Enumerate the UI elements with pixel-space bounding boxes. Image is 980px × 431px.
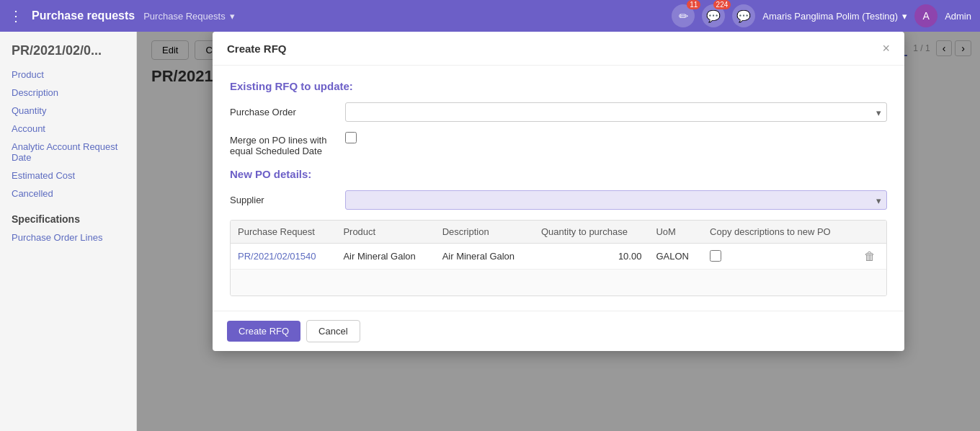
breadcrumb-label[interactable]: Purchase Requests bbox=[143, 11, 225, 22]
cell-product: Air Mineral Galon bbox=[336, 244, 435, 270]
create-rfq-modal: Create RFQ × Existing RFQ to update: Pur… bbox=[213, 32, 904, 351]
sidebar-header: PR/2021/02/0... bbox=[0, 39, 136, 63]
col-uom: UoM bbox=[649, 221, 703, 244]
cell-copy-desc bbox=[703, 244, 857, 270]
table-row: PR/2021/02/01540 Air Mineral Galon Air M… bbox=[231, 244, 886, 270]
col-copy-desc: Copy descriptions to new PO bbox=[703, 221, 857, 244]
content-area: Edit Create Rejected Done/Closed 1 / 1 ‹… bbox=[137, 32, 980, 431]
sidebar-item-product[interactable]: Product bbox=[0, 66, 136, 84]
topbar: ⋮ Purchase requests Purchase Requests ▾ … bbox=[0, 0, 980, 32]
sidebar-item-quantity[interactable]: Quantity bbox=[0, 102, 136, 120]
sidebar-item-account[interactable]: Account bbox=[0, 120, 136, 138]
table-header-row: Purchase Request Product Description Qua… bbox=[231, 221, 886, 244]
purchase-order-row: Purchase Order ▾ bbox=[230, 102, 887, 122]
pr-link[interactable]: PR/2021/02/01540 bbox=[238, 251, 316, 262]
admin-label: Admin bbox=[945, 11, 971, 22]
cell-uom: GALON bbox=[649, 244, 703, 270]
empty-row bbox=[231, 270, 886, 296]
breadcrumb-dropdown-icon[interactable]: ▾ bbox=[230, 11, 235, 22]
app-title: Purchase requests bbox=[32, 9, 135, 22]
notification-icon-1[interactable]: ✏ 11 bbox=[672, 4, 695, 27]
app-grid-icon[interactable]: ⋮ bbox=[9, 7, 23, 25]
supplier-field: ▾ bbox=[345, 190, 887, 210]
col-purchase-request: Purchase Request bbox=[231, 221, 336, 244]
delete-row-button[interactable]: 🗑 bbox=[864, 250, 876, 263]
notification-badge-2: 224 bbox=[713, 0, 731, 9]
sidebar-item-analytic[interactable]: Analytic Account Request Date bbox=[0, 138, 136, 166]
sidebar-item-description[interactable]: Description bbox=[0, 84, 136, 102]
main-area: PR/2021/02/0... Product Description Quan… bbox=[0, 32, 980, 431]
merge-field bbox=[345, 130, 887, 146]
modal-title: Create RFQ bbox=[227, 43, 287, 55]
cell-quantity: 10.00 bbox=[534, 244, 649, 270]
notification-badge-1: 11 bbox=[687, 0, 700, 9]
new-po-title: New PO details: bbox=[230, 168, 887, 180]
sidebar-section-specifications: Specifications bbox=[0, 210, 136, 228]
user-menu[interactable]: Amaris Panglima Polim (Testing) ▾ bbox=[762, 11, 907, 22]
breadcrumb: Purchase Requests ▾ bbox=[143, 11, 234, 22]
supplier-label: Supplier bbox=[230, 190, 345, 205]
modal-overlay: Create RFQ × Existing RFQ to update: Pur… bbox=[137, 32, 980, 431]
merge-checkbox[interactable] bbox=[345, 132, 357, 143]
cancel-button[interactable]: Cancel bbox=[306, 320, 360, 342]
supplier-select-wrapper: ▾ bbox=[345, 190, 887, 210]
cell-description: Air Mineral Galon bbox=[435, 244, 534, 270]
user-dropdown-icon: ▾ bbox=[902, 11, 907, 22]
modal-body: Existing RFQ to update: Purchase Order ▾ bbox=[213, 66, 904, 311]
sidebar-item-cancelled[interactable]: Cancelled bbox=[0, 185, 136, 203]
cell-delete: 🗑 bbox=[857, 244, 886, 270]
modal-header: Create RFQ × bbox=[213, 32, 904, 66]
notification-icon-2[interactable]: 💬 224 bbox=[702, 4, 725, 27]
topbar-left: ⋮ Purchase requests Purchase Requests ▾ bbox=[9, 7, 235, 25]
po-select-wrapper: ▾ bbox=[345, 102, 887, 122]
merge-row: Merge on PO lines with equal Scheduled D… bbox=[230, 130, 887, 156]
avatar[interactable]: A bbox=[914, 4, 937, 27]
po-field: ▾ bbox=[345, 102, 887, 122]
sidebar: PR/2021/02/0... Product Description Quan… bbox=[0, 32, 137, 431]
sidebar-item-estimated-cost[interactable]: Estimated Cost bbox=[0, 166, 136, 185]
col-quantity: Quantity to purchase bbox=[534, 221, 649, 244]
topbar-right: ✏ 11 💬 224 💬 Amaris Panglima Polim (Test… bbox=[672, 4, 971, 27]
existing-rfq-title: Existing RFQ to update: bbox=[230, 80, 887, 92]
col-product: Product bbox=[336, 221, 435, 244]
rfq-table: Purchase Request Product Description Qua… bbox=[231, 221, 886, 296]
col-description: Description bbox=[435, 221, 534, 244]
user-name: Amaris Panglima Polim (Testing) bbox=[762, 11, 898, 22]
cell-pr-number: PR/2021/02/01540 bbox=[231, 244, 336, 270]
col-actions bbox=[857, 221, 886, 244]
supplier-select[interactable] bbox=[345, 190, 887, 210]
chat-icon[interactable]: 💬 bbox=[732, 4, 755, 27]
create-rfq-button[interactable]: Create RFQ bbox=[227, 321, 300, 342]
sidebar-tab-po-lines[interactable]: Purchase Order Lines bbox=[0, 228, 136, 246]
modal-footer: Create RFQ Cancel bbox=[213, 311, 904, 351]
supplier-row: Supplier ▾ bbox=[230, 190, 887, 210]
close-button[interactable]: × bbox=[882, 42, 890, 55]
rfq-table-container: Purchase Request Product Description Qua… bbox=[230, 220, 887, 296]
copy-desc-checkbox[interactable] bbox=[710, 250, 721, 262]
po-label: Purchase Order bbox=[230, 102, 345, 117]
po-select[interactable] bbox=[345, 102, 887, 122]
merge-label: Merge on PO lines with equal Scheduled D… bbox=[230, 130, 345, 156]
